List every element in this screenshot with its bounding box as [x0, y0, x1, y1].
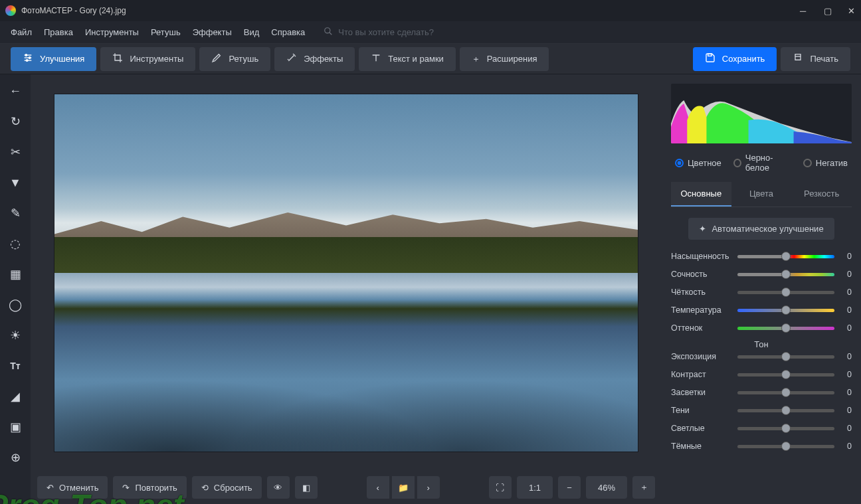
fit-icon: ⛶: [496, 483, 504, 493]
save-button[interactable]: Сохранить: [693, 47, 777, 71]
slider-thumb-icon[interactable]: [781, 288, 791, 297]
left-toolbar: ← ↻ ✂ ▼ ✎ ◌ ▦ ◯ ☀ Tт ◢ ▣ ⊕: [0, 74, 31, 504]
radio-negative[interactable]: Негатив: [803, 153, 848, 173]
menu-file[interactable]: Файл: [11, 27, 32, 37]
fit-button[interactable]: ⛶: [489, 476, 512, 499]
print-button[interactable]: Печать: [781, 47, 850, 71]
window-title: ФотоМАСТЕР - Gory (24).jpg: [21, 6, 126, 15]
watermark: Prog-Top.net: [0, 487, 184, 504]
save-icon: [705, 52, 716, 65]
slider-track[interactable]: [737, 309, 834, 312]
menu-help[interactable]: Справка: [271, 27, 305, 37]
tab-tools[interactable]: Инструменты: [100, 47, 195, 71]
slider-row: Чёткость0: [671, 288, 852, 297]
grid-icon[interactable]: ▦: [5, 264, 25, 284]
slider-label: Засветки: [671, 388, 731, 397]
back-icon[interactable]: ←: [5, 81, 25, 101]
slider-value: 0: [841, 305, 852, 315]
text-tool-icon[interactable]: Tт: [5, 356, 25, 376]
radio-color[interactable]: Цветное: [675, 153, 721, 173]
slider-value: 0: [841, 270, 852, 279]
color-mode-radios: Цветное Черно-белое Негатив: [671, 153, 852, 173]
mask-icon[interactable]: ▣: [5, 417, 25, 437]
radio-bw[interactable]: Черно-белое: [733, 153, 791, 173]
slider-track[interactable]: [737, 255, 834, 258]
prev-file-button[interactable]: ‹: [367, 476, 389, 499]
text-icon: [371, 52, 381, 65]
slider-track[interactable]: [737, 373, 834, 377]
slider-track[interactable]: [737, 409, 834, 412]
slider-thumb-icon[interactable]: [781, 252, 791, 261]
slider-thumb-icon[interactable]: [781, 270, 791, 279]
slider-row: Контраст0: [671, 370, 852, 379]
maximize-icon[interactable]: ▢: [824, 6, 832, 16]
reset-icon: ⟲: [201, 483, 209, 493]
file-nav: ‹ 📁 ›: [367, 476, 440, 499]
close-icon[interactable]: ✕: [848, 6, 856, 16]
menu-retouch[interactable]: Ретушь: [151, 27, 181, 37]
slider-label: Светлые: [671, 424, 731, 433]
svg-rect-9: [795, 56, 801, 60]
slider-thumb-icon[interactable]: [781, 305, 791, 315]
slider-track[interactable]: [737, 355, 834, 359]
slider-thumb-icon[interactable]: [781, 323, 791, 333]
rotate-icon[interactable]: ↻: [5, 112, 25, 131]
slider-track[interactable]: [737, 427, 834, 430]
slider-thumb-icon[interactable]: [781, 388, 791, 397]
tab-enhance[interactable]: Улучшения: [11, 47, 96, 71]
slider-label: Экспозиция: [671, 352, 731, 361]
auto-enhance-button[interactable]: ✦ Автоматическое улучшение: [688, 218, 834, 240]
globe-icon[interactable]: ⊕: [5, 448, 25, 467]
search-box[interactable]: Что вы хотите сделать?: [324, 27, 434, 38]
vignette-icon[interactable]: ◯: [5, 295, 25, 315]
compare-button[interactable]: ◧: [295, 476, 318, 499]
slider-thumb-icon[interactable]: [781, 424, 791, 433]
minimize-icon[interactable]: ─: [800, 6, 808, 16]
tab-text[interactable]: Текст и рамки: [359, 47, 456, 71]
menubar: Файл Правка Инструменты Ретушь Эффекты В…: [0, 21, 861, 44]
tab-colors[interactable]: Цвета: [731, 182, 792, 207]
tab-effects[interactable]: Эффекты: [274, 47, 355, 71]
slider-track[interactable]: [737, 391, 834, 394]
open-folder-button[interactable]: 📁: [392, 476, 415, 499]
slider-track[interactable]: [737, 291, 834, 294]
slider-thumb-icon[interactable]: [781, 442, 791, 451]
next-file-button[interactable]: ›: [417, 476, 440, 499]
ratio-button[interactable]: 1:1: [517, 476, 553, 499]
menu-tools[interactable]: Инструменты: [85, 27, 139, 37]
tab-extensions[interactable]: ＋ Расширения: [460, 47, 549, 71]
slider-row: Светлые0: [671, 424, 852, 433]
menu-view[interactable]: Вид: [244, 27, 260, 37]
slider-track[interactable]: [737, 327, 834, 330]
reset-button[interactable]: ⟲Сбросить: [192, 476, 262, 499]
menu-effects[interactable]: Эффекты: [193, 27, 232, 37]
slider-thumb-icon[interactable]: [781, 370, 791, 379]
slider-label: Оттенок: [671, 323, 731, 333]
slider-row: Оттенок0: [671, 323, 852, 333]
slider-value: 0: [841, 252, 852, 261]
zoom-in-button[interactable]: ＋: [632, 476, 655, 499]
slider-track[interactable]: [737, 445, 834, 448]
exposure-icon[interactable]: ☀: [5, 325, 25, 345]
crop-icon: [112, 52, 123, 65]
tab-sharp[interactable]: Резкость: [791, 182, 852, 207]
zoom-out-button[interactable]: −: [558, 476, 581, 499]
canvas[interactable]: [31, 74, 662, 471]
slider-row: Экспозиция0: [671, 352, 852, 361]
menu-edit[interactable]: Правка: [44, 27, 73, 37]
brush-tool-icon[interactable]: ✎: [5, 203, 25, 223]
radial-icon[interactable]: ◌: [5, 234, 25, 254]
bucket-icon[interactable]: ◢: [5, 386, 25, 406]
slider-track[interactable]: [737, 273, 834, 276]
stamp-icon[interactable]: ▼: [5, 173, 25, 193]
slider-thumb-icon[interactable]: [781, 406, 791, 415]
zoom-label[interactable]: 46%: [586, 476, 627, 499]
slider-thumb-icon[interactable]: [781, 352, 791, 361]
preview-button[interactable]: 👁: [267, 476, 290, 499]
tab-retouch[interactable]: Ретушь: [199, 47, 270, 71]
titlebar: ФотоМАСТЕР - Gory (24).jpg ─ ▢ ✕: [0, 0, 861, 21]
tab-basic[interactable]: Основные: [671, 182, 731, 207]
slider-row: Сочность0: [671, 270, 852, 279]
slider-row: Тени0: [671, 406, 852, 415]
flip-icon[interactable]: ✂: [5, 142, 25, 162]
